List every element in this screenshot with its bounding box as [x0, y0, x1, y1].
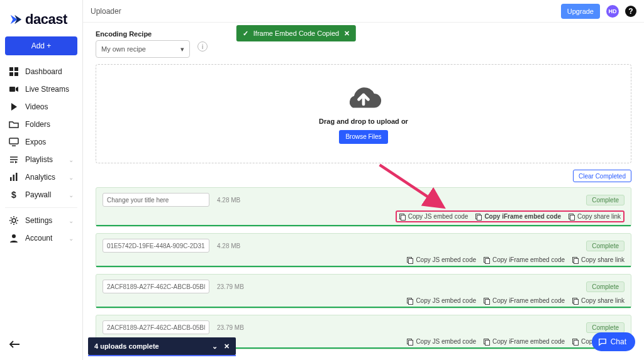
chevron-down-icon[interactable]: ⌄	[212, 342, 218, 351]
copy-js-embed-link[interactable]: Copy JS embed code	[407, 338, 476, 345]
sidebar-item-analytics[interactable]: Analytics ⌄	[5, 168, 77, 186]
chat-bubble-icon	[598, 337, 607, 346]
upload-filesize: 23.79 MB	[217, 283, 244, 290]
main-column: Uploader Upgrade HD ? ✓ Iframe Embed Cod…	[83, 0, 644, 360]
progress-bar	[96, 266, 631, 267]
progress-bar	[96, 307, 631, 308]
copy-js-embed-link[interactable]: Copy JS embed code	[407, 256, 476, 263]
copy-icon	[407, 298, 413, 304]
help-icon[interactable]: ?	[625, 6, 636, 17]
arrow-left-icon	[9, 340, 20, 349]
status-badge: Complete	[586, 241, 625, 251]
logo-chevron-icon	[9, 13, 23, 26]
info-icon[interactable]: i	[197, 41, 208, 52]
svg-rect-3	[14, 72, 18, 76]
uploads-list: 4.28 MB Complete Copy JS embed code Copy…	[96, 187, 631, 349]
sidebar-item-livestreams[interactable]: Live Streams	[5, 80, 77, 98]
toast-close-button[interactable]: ✕	[344, 30, 350, 38]
collapse-sidebar-button[interactable]	[5, 335, 77, 354]
clear-completed-button[interactable]: Clear Completed	[573, 170, 631, 182]
annotation-highlight-box: Copy JS embed code Copy iFrame embed cod…	[396, 210, 625, 222]
status-badge: Complete	[586, 281, 625, 292]
upload-title-input[interactable]	[103, 320, 209, 334]
upload-progress-text: 4 uploads complete	[94, 342, 159, 350]
copy-iframe-embed-link[interactable]: Copy iFrame embed code	[484, 256, 565, 263]
page-title: Uploader	[91, 7, 121, 16]
svg-text:$: $	[11, 190, 16, 200]
card-top-row: 4.28 MB Complete	[103, 239, 625, 253]
nav-divider	[5, 207, 77, 208]
browse-files-button[interactable]: Browse Files	[339, 130, 387, 144]
sidebar-item-label: Folders	[25, 120, 50, 129]
copy-share-link[interactable]: Copy share link	[572, 297, 625, 304]
check-icon: ✓	[243, 30, 248, 38]
copy-icon	[484, 298, 490, 304]
recipe-select[interactable]: My own recipe ▾	[96, 40, 190, 58]
upload-progress-toast: 4 uploads complete ⌄ ✕	[88, 337, 236, 355]
gear-icon	[9, 215, 19, 226]
sidebar-item-videos[interactable]: Videos	[5, 98, 77, 116]
copy-icon	[407, 339, 413, 345]
upload-filesize: 23.79 MB	[217, 324, 244, 331]
avatar[interactable]: HD	[606, 5, 619, 18]
svg-rect-12	[16, 173, 18, 181]
sidebar-item-label: Settings	[25, 216, 52, 225]
copy-iframe-embed-link[interactable]: Copy iFrame embed code	[484, 338, 565, 345]
dropzone-text: Drag and drop to upload or	[319, 117, 408, 125]
copy-icon	[484, 339, 490, 345]
sidebar-item-paywall[interactable]: $ Paywall ⌄	[5, 186, 77, 204]
add-button[interactable]: Add +	[5, 36, 77, 55]
upload-title-input[interactable]	[103, 280, 209, 293]
dollar-icon: $	[9, 190, 19, 200]
upload-filesize: 4.28 MB	[217, 197, 240, 204]
sidebar-item-account[interactable]: Account ⌄	[5, 229, 77, 247]
card-actions: Copy JS embed code Copy iFrame embed cod…	[103, 210, 625, 222]
chat-button[interactable]: Chat	[592, 332, 635, 351]
svg-rect-10	[10, 177, 12, 181]
svg-rect-4	[9, 87, 15, 92]
upload-card: 4.28 MB Complete Copy JS embed code Copy…	[96, 233, 631, 268]
copy-js-embed-link[interactable]: Copy JS embed code	[407, 297, 476, 304]
caret-down-icon: ▾	[180, 45, 184, 53]
copy-icon	[484, 257, 490, 263]
sidebar-item-label: Videos	[25, 102, 48, 111]
content-area: ✓ Iframe Embed Code Copied ✕ Encoding Re…	[83, 23, 644, 360]
copy-share-link[interactable]: Copy share link	[572, 256, 625, 263]
sidebar-item-dashboard[interactable]: Dashboard	[5, 63, 77, 80]
clear-completed-row: Clear Completed	[96, 170, 631, 182]
copy-icon	[399, 214, 406, 220]
copy-iframe-embed-link[interactable]: Copy iFrame embed code	[475, 213, 561, 220]
upgrade-button[interactable]: Upgrade	[561, 4, 600, 19]
upload-card: 4.28 MB Complete Copy JS embed code Copy…	[96, 187, 631, 227]
sidebar-item-label: Live Streams	[25, 85, 69, 94]
upload-dropzone[interactable]: Drag and drop to upload or Browse Files	[96, 64, 631, 163]
brand-logo: dacast	[5, 6, 77, 36]
recipe-label: Encoding Recipe	[96, 30, 190, 38]
upload-title-input[interactable]	[103, 193, 209, 207]
sidebar-item-expos[interactable]: Expos	[5, 133, 77, 151]
card-actions: Copy JS embed code Copy iFrame embed cod…	[103, 256, 625, 263]
folder-icon	[9, 119, 19, 129]
upload-title-input[interactable]	[103, 239, 209, 253]
sidebar-item-playlists[interactable]: Playlists ⌄	[5, 151, 77, 168]
sidebar-item-folders[interactable]: Folders	[5, 116, 77, 133]
copy-icon	[407, 257, 413, 263]
app-root: dacast Add + Dashboard Live Streams Vide…	[0, 0, 644, 360]
upload-bar-actions: ⌄ ✕	[212, 342, 230, 351]
sidebar-item-label: Dashboard	[25, 67, 62, 76]
grid-icon	[9, 67, 19, 77]
camera-icon	[9, 84, 19, 94]
topbar: Uploader Upgrade HD ?	[83, 0, 644, 23]
close-icon[interactable]: ✕	[224, 342, 230, 351]
copy-iframe-embed-link[interactable]: Copy iFrame embed code	[484, 297, 565, 304]
card-top-row: 4.28 MB Complete	[103, 193, 625, 207]
cloud-upload-icon	[345, 84, 382, 112]
status-badge: Complete	[586, 195, 625, 205]
svg-rect-1	[14, 67, 18, 71]
sidebar-item-settings[interactable]: Settings ⌄	[5, 212, 77, 229]
chat-label: Chat	[611, 337, 626, 346]
brand-name: dacast	[25, 11, 67, 28]
copy-js-embed-link[interactable]: Copy JS embed code	[399, 213, 469, 220]
chevron-down-icon: ⌄	[69, 235, 74, 242]
copy-share-link[interactable]: Copy share link	[569, 213, 621, 220]
